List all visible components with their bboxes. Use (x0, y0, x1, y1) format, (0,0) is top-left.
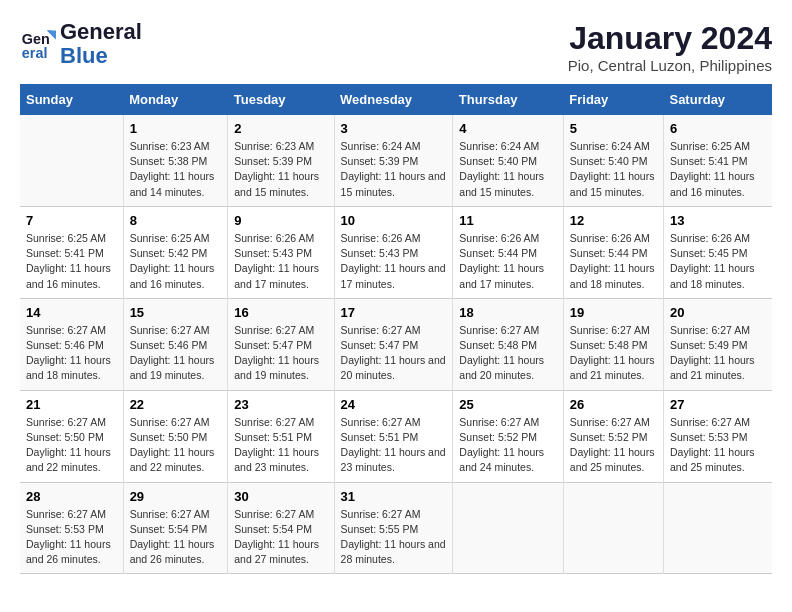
day-number: 10 (341, 213, 447, 228)
day-number: 5 (570, 121, 657, 136)
day-info: Sunrise: 6:26 AMSunset: 5:44 PMDaylight:… (570, 231, 657, 292)
calendar-cell (663, 482, 772, 574)
day-number: 27 (670, 397, 766, 412)
calendar-cell: 4Sunrise: 6:24 AMSunset: 5:40 PMDaylight… (453, 115, 563, 206)
day-info: Sunrise: 6:24 AMSunset: 5:39 PMDaylight:… (341, 139, 447, 200)
day-info: Sunrise: 6:23 AMSunset: 5:39 PMDaylight:… (234, 139, 327, 200)
calendar-week-row: 7Sunrise: 6:25 AMSunset: 5:41 PMDaylight… (20, 206, 772, 298)
calendar-week-row: 28Sunrise: 6:27 AMSunset: 5:53 PMDayligh… (20, 482, 772, 574)
day-info: Sunrise: 6:25 AMSunset: 5:41 PMDaylight:… (670, 139, 766, 200)
calendar-cell (453, 482, 563, 574)
day-number: 24 (341, 397, 447, 412)
day-number: 25 (459, 397, 556, 412)
day-number: 28 (26, 489, 117, 504)
calendar-cell: 20Sunrise: 6:27 AMSunset: 5:49 PMDayligh… (663, 298, 772, 390)
day-number: 22 (130, 397, 222, 412)
calendar-cell: 10Sunrise: 6:26 AMSunset: 5:43 PMDayligh… (334, 206, 453, 298)
calendar-cell: 28Sunrise: 6:27 AMSunset: 5:53 PMDayligh… (20, 482, 123, 574)
day-number: 16 (234, 305, 327, 320)
day-info: Sunrise: 6:27 AMSunset: 5:51 PMDaylight:… (341, 415, 447, 476)
page-subtitle: Pio, Central Luzon, Philippines (568, 57, 772, 74)
day-info: Sunrise: 6:27 AMSunset: 5:47 PMDaylight:… (234, 323, 327, 384)
day-info: Sunrise: 6:26 AMSunset: 5:43 PMDaylight:… (234, 231, 327, 292)
day-number: 18 (459, 305, 556, 320)
day-number: 6 (670, 121, 766, 136)
day-info: Sunrise: 6:27 AMSunset: 5:48 PMDaylight:… (459, 323, 556, 384)
day-info: Sunrise: 6:27 AMSunset: 5:52 PMDaylight:… (459, 415, 556, 476)
day-number: 17 (341, 305, 447, 320)
calendar-header: SundayMondayTuesdayWednesdayThursdayFrid… (20, 84, 772, 115)
column-header-sunday: Sunday (20, 84, 123, 115)
day-number: 3 (341, 121, 447, 136)
calendar-cell: 27Sunrise: 6:27 AMSunset: 5:53 PMDayligh… (663, 390, 772, 482)
day-info: Sunrise: 6:27 AMSunset: 5:54 PMDaylight:… (234, 507, 327, 568)
calendar-cell: 16Sunrise: 6:27 AMSunset: 5:47 PMDayligh… (228, 298, 334, 390)
day-number: 15 (130, 305, 222, 320)
calendar-cell: 14Sunrise: 6:27 AMSunset: 5:46 PMDayligh… (20, 298, 123, 390)
calendar-cell: 2Sunrise: 6:23 AMSunset: 5:39 PMDaylight… (228, 115, 334, 206)
day-number: 12 (570, 213, 657, 228)
day-number: 21 (26, 397, 117, 412)
calendar-cell: 1Sunrise: 6:23 AMSunset: 5:38 PMDaylight… (123, 115, 228, 206)
day-info: Sunrise: 6:25 AMSunset: 5:42 PMDaylight:… (130, 231, 222, 292)
calendar-cell: 29Sunrise: 6:27 AMSunset: 5:54 PMDayligh… (123, 482, 228, 574)
calendar-cell: 30Sunrise: 6:27 AMSunset: 5:54 PMDayligh… (228, 482, 334, 574)
calendar-cell: 21Sunrise: 6:27 AMSunset: 5:50 PMDayligh… (20, 390, 123, 482)
calendar-cell: 3Sunrise: 6:24 AMSunset: 5:39 PMDaylight… (334, 115, 453, 206)
day-info: Sunrise: 6:27 AMSunset: 5:50 PMDaylight:… (26, 415, 117, 476)
day-number: 1 (130, 121, 222, 136)
logo-text: General Blue (60, 20, 142, 68)
calendar-cell (563, 482, 663, 574)
calendar-cell: 8Sunrise: 6:25 AMSunset: 5:42 PMDaylight… (123, 206, 228, 298)
column-header-tuesday: Tuesday (228, 84, 334, 115)
calendar-cell: 17Sunrise: 6:27 AMSunset: 5:47 PMDayligh… (334, 298, 453, 390)
day-info: Sunrise: 6:27 AMSunset: 5:50 PMDaylight:… (130, 415, 222, 476)
column-header-monday: Monday (123, 84, 228, 115)
column-header-friday: Friday (563, 84, 663, 115)
logo-icon: Gen eral (20, 26, 56, 62)
day-number: 26 (570, 397, 657, 412)
calendar-cell: 31Sunrise: 6:27 AMSunset: 5:55 PMDayligh… (334, 482, 453, 574)
day-number: 29 (130, 489, 222, 504)
calendar-cell: 13Sunrise: 6:26 AMSunset: 5:45 PMDayligh… (663, 206, 772, 298)
day-info: Sunrise: 6:26 AMSunset: 5:44 PMDaylight:… (459, 231, 556, 292)
day-number: 19 (570, 305, 657, 320)
calendar-cell: 26Sunrise: 6:27 AMSunset: 5:52 PMDayligh… (563, 390, 663, 482)
day-info: Sunrise: 6:27 AMSunset: 5:53 PMDaylight:… (26, 507, 117, 568)
page-title: January 2024 (568, 20, 772, 57)
day-info: Sunrise: 6:24 AMSunset: 5:40 PMDaylight:… (459, 139, 556, 200)
column-header-thursday: Thursday (453, 84, 563, 115)
calendar-week-row: 21Sunrise: 6:27 AMSunset: 5:50 PMDayligh… (20, 390, 772, 482)
day-number: 13 (670, 213, 766, 228)
day-info: Sunrise: 6:27 AMSunset: 5:47 PMDaylight:… (341, 323, 447, 384)
calendar-cell: 11Sunrise: 6:26 AMSunset: 5:44 PMDayligh… (453, 206, 563, 298)
calendar-cell: 7Sunrise: 6:25 AMSunset: 5:41 PMDaylight… (20, 206, 123, 298)
column-header-saturday: Saturday (663, 84, 772, 115)
day-number: 11 (459, 213, 556, 228)
column-header-wednesday: Wednesday (334, 84, 453, 115)
day-info: Sunrise: 6:23 AMSunset: 5:38 PMDaylight:… (130, 139, 222, 200)
day-info: Sunrise: 6:27 AMSunset: 5:53 PMDaylight:… (670, 415, 766, 476)
calendar-cell: 6Sunrise: 6:25 AMSunset: 5:41 PMDaylight… (663, 115, 772, 206)
day-info: Sunrise: 6:27 AMSunset: 5:54 PMDaylight:… (130, 507, 222, 568)
calendar-cell: 15Sunrise: 6:27 AMSunset: 5:46 PMDayligh… (123, 298, 228, 390)
calendar-week-row: 1Sunrise: 6:23 AMSunset: 5:38 PMDaylight… (20, 115, 772, 206)
day-info: Sunrise: 6:27 AMSunset: 5:52 PMDaylight:… (570, 415, 657, 476)
day-number: 20 (670, 305, 766, 320)
day-number: 31 (341, 489, 447, 504)
day-info: Sunrise: 6:27 AMSunset: 5:51 PMDaylight:… (234, 415, 327, 476)
calendar-week-row: 14Sunrise: 6:27 AMSunset: 5:46 PMDayligh… (20, 298, 772, 390)
day-info: Sunrise: 6:27 AMSunset: 5:46 PMDaylight:… (26, 323, 117, 384)
day-info: Sunrise: 6:27 AMSunset: 5:49 PMDaylight:… (670, 323, 766, 384)
calendar-cell: 18Sunrise: 6:27 AMSunset: 5:48 PMDayligh… (453, 298, 563, 390)
day-info: Sunrise: 6:26 AMSunset: 5:45 PMDaylight:… (670, 231, 766, 292)
day-number: 7 (26, 213, 117, 228)
day-number: 14 (26, 305, 117, 320)
calendar-cell: 22Sunrise: 6:27 AMSunset: 5:50 PMDayligh… (123, 390, 228, 482)
day-number: 9 (234, 213, 327, 228)
day-number: 23 (234, 397, 327, 412)
svg-text:eral: eral (22, 46, 48, 62)
day-info: Sunrise: 6:24 AMSunset: 5:40 PMDaylight:… (570, 139, 657, 200)
calendar-cell: 25Sunrise: 6:27 AMSunset: 5:52 PMDayligh… (453, 390, 563, 482)
title-area: January 2024 Pio, Central Luzon, Philipp… (568, 20, 772, 74)
